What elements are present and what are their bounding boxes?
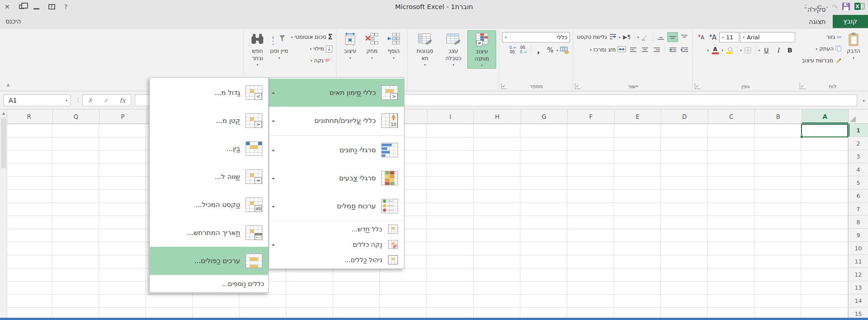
column-header-A[interactable]: A bbox=[802, 109, 849, 123]
insert-cells-dropdown-icon[interactable]: ▾ bbox=[393, 56, 394, 60]
name-box-dropdown-icon[interactable]: ▾ bbox=[66, 99, 67, 103]
orientation-button[interactable]: ab bbox=[640, 32, 650, 42]
row-header-5[interactable]: 5 bbox=[848, 176, 868, 189]
find-select-button[interactable]: חפש ובחר ▾ bbox=[247, 30, 268, 68]
scrollbar-thumb[interactable] bbox=[1, 118, 6, 168]
vertical-scrollbar[interactable]: ▲ bbox=[0, 109, 7, 318]
format-painter-button[interactable]: מברשת עיצוב bbox=[801, 56, 843, 66]
menu-item-more-rules[interactable]: כללים נוספים... bbox=[150, 276, 268, 292]
column-header-R[interactable]: R bbox=[7, 109, 52, 123]
menu-item-color-scales[interactable]: סרגלי צבעים◄ bbox=[269, 164, 404, 192]
tab-file[interactable]: קובץ bbox=[833, 15, 868, 28]
decrease-decimal-button[interactable]: ←.0.00 bbox=[508, 46, 517, 55]
align-right-button[interactable] bbox=[651, 45, 662, 55]
fill-button[interactable]: ↓ מילוי ▾ bbox=[290, 44, 333, 54]
row-header-6[interactable]: 6 bbox=[848, 189, 868, 202]
restore-window-icon[interactable] bbox=[19, 5, 24, 9]
tab-תצוגה[interactable]: תצוגה bbox=[785, 16, 833, 28]
menu-item-manage-rules[interactable]: ניהול כללים... bbox=[269, 252, 404, 268]
column-header-B[interactable]: B bbox=[754, 109, 802, 123]
name-box[interactable]: A1 ▾ bbox=[4, 94, 71, 106]
menu-item-duplicate-values[interactable]: ערכים כפולים... bbox=[150, 247, 268, 275]
font-size-dropdown-icon[interactable]: ▾ bbox=[722, 35, 724, 39]
fill-color-dropdown-icon[interactable]: ▾ bbox=[721, 48, 723, 52]
alignment-dialog-launcher-icon[interactable]: ↙ bbox=[575, 83, 581, 89]
row-header-11[interactable]: 11 bbox=[848, 255, 868, 268]
redo-icon[interactable]: ↷ bbox=[832, 4, 838, 11]
decrease-font-size-button[interactable]: A▼ bbox=[696, 33, 707, 42]
format-as-table-dropdown-icon[interactable]: ▾ bbox=[452, 63, 454, 67]
cut-button[interactable]: ✂ גזור bbox=[801, 32, 843, 42]
enter-icon[interactable]: ✓ bbox=[104, 97, 109, 104]
number-format-combobox[interactable]: כללי ▾ bbox=[502, 32, 570, 42]
delete-cells-button[interactable]: מחק ▾ bbox=[361, 30, 383, 61]
column-header-E[interactable]: E bbox=[614, 109, 661, 123]
conditional-formatting-dropdown-icon[interactable]: ▾ bbox=[481, 63, 483, 67]
menu-item-new-rule[interactable]: כלל חדש... bbox=[269, 221, 404, 237]
font-color-button[interactable]: A bbox=[710, 45, 721, 55]
sign-in-link[interactable]: היכנס bbox=[5, 18, 21, 25]
find-select-dropdown-icon[interactable]: ▾ bbox=[256, 63, 258, 67]
center-button[interactable] bbox=[640, 45, 650, 55]
format-cells-button[interactable]: עיצוב ▾ bbox=[339, 30, 361, 61]
font-name-dropdown-icon[interactable]: ▾ bbox=[743, 35, 745, 39]
column-header-F[interactable]: F bbox=[567, 109, 614, 123]
row-header-1[interactable]: 1 bbox=[848, 124, 868, 137]
row-header-3[interactable]: 3 bbox=[848, 150, 868, 163]
font-name-combobox[interactable]: ▾ Arial bbox=[740, 32, 795, 42]
menu-item-less-than[interactable]: <קטן מ... bbox=[150, 107, 268, 135]
borders-dropdown-icon[interactable]: ▾ bbox=[740, 48, 742, 52]
minimize-window-icon[interactable] bbox=[33, 5, 39, 9]
borders-button[interactable] bbox=[743, 45, 754, 55]
orientation-dropdown-icon[interactable]: ▾ bbox=[637, 35, 639, 39]
align-left-button[interactable] bbox=[628, 45, 639, 55]
accounting-format-button[interactable] bbox=[559, 45, 570, 55]
font-dialog-launcher-icon[interactable]: ↙ bbox=[695, 83, 701, 89]
paste-button[interactable]: הדבק ▾ bbox=[843, 30, 864, 61]
increase-font-size-button[interactable]: A▲ bbox=[707, 33, 718, 42]
accounting-format-dropdown-icon[interactable]: ▾ bbox=[557, 48, 559, 52]
select-all-corner[interactable] bbox=[848, 109, 868, 124]
column-header-Q[interactable]: Q bbox=[52, 109, 100, 123]
menu-item-greater-than[interactable]: >גדול מ... bbox=[150, 79, 268, 107]
excel-logo-icon[interactable]: X bbox=[854, 2, 864, 13]
row-header-12[interactable]: 12 bbox=[848, 268, 868, 281]
cell-styles-button[interactable]: סגנונות תא ▾ bbox=[410, 30, 439, 68]
column-header-G[interactable]: G bbox=[521, 109, 568, 123]
autosum-button[interactable]: Σ סכום אוטומטי ▾ bbox=[290, 32, 333, 42]
clear-button[interactable]: נקה ▾ bbox=[290, 56, 333, 66]
delete-cells-dropdown-icon[interactable]: ▾ bbox=[371, 56, 373, 60]
middle-align-button[interactable] bbox=[667, 32, 678, 42]
menu-item-equal-to[interactable]: =שווה ל... bbox=[150, 163, 268, 191]
wrap-text-button[interactable]: גלישת טקסט bbox=[576, 32, 618, 42]
scroll-up-icon[interactable]: ▲ bbox=[0, 109, 7, 118]
menu-item-text-contains[interactable]: abטקסט המכיל... bbox=[150, 191, 268, 219]
merge-center-dropdown-icon[interactable]: ▾ bbox=[590, 48, 592, 52]
fill-handle[interactable] bbox=[800, 135, 803, 138]
text-direction-dropdown-icon[interactable]: ▾ bbox=[619, 35, 621, 39]
expand-formula-bar-icon[interactable]: ▾ bbox=[863, 99, 865, 103]
column-header-P[interactable]: P bbox=[99, 109, 146, 123]
formula-bar-splitter[interactable]: ⋮ bbox=[75, 96, 81, 103]
close-window-icon[interactable]: ✕ bbox=[5, 4, 10, 10]
autosum-dropdown-icon[interactable]: ▾ bbox=[291, 35, 293, 39]
cell-styles-dropdown-icon[interactable]: ▾ bbox=[424, 63, 426, 67]
row-header-7[interactable]: 7 bbox=[848, 202, 868, 216]
menu-item-data-bars[interactable]: סרגלי נתונים◄ bbox=[269, 136, 404, 164]
collapse-ribbon-icon[interactable]: ∧ bbox=[6, 82, 10, 88]
format-as-table-button[interactable]: עצב כטבלה ▾ bbox=[439, 30, 467, 68]
underline-button[interactable]: U bbox=[761, 45, 772, 55]
menu-item-top-bottom-rules[interactable]: 10כללי עליונים/תחתונים◄ bbox=[269, 107, 404, 135]
row-header-2[interactable]: 2 bbox=[848, 137, 868, 150]
row-header-9[interactable]: 9 bbox=[848, 229, 868, 242]
grid-cells[interactable] bbox=[7, 124, 848, 318]
row-header-4[interactable]: 4 bbox=[848, 163, 868, 176]
selected-cell-a1[interactable] bbox=[801, 124, 848, 137]
column-header-C[interactable]: C bbox=[708, 109, 755, 123]
row-header-14[interactable]: 14 bbox=[848, 294, 868, 307]
row-header-10[interactable]: 10 bbox=[848, 242, 868, 255]
increase-decimal-button[interactable]: .00→.0 bbox=[518, 46, 528, 55]
copy-dropdown-icon[interactable]: ▾ bbox=[816, 47, 817, 51]
sort-filter-dropdown-icon[interactable]: ▾ bbox=[278, 56, 280, 60]
row-header-8[interactable]: 8 bbox=[848, 216, 868, 229]
